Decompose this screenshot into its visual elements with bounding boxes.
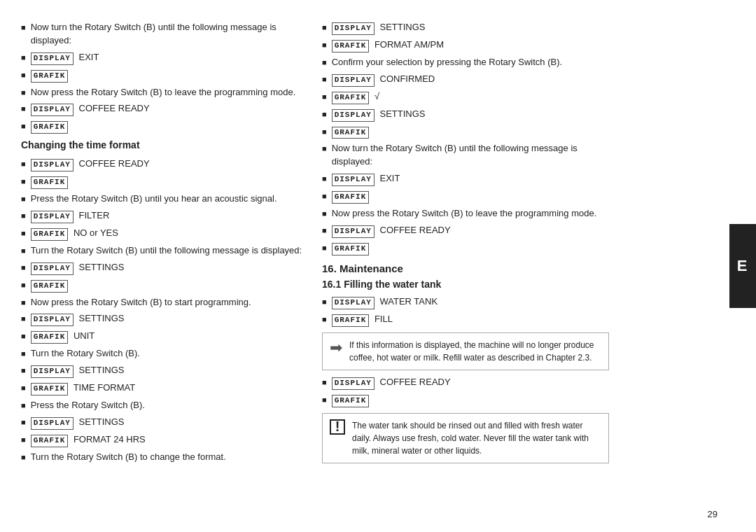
bullet-icon: ■ [322, 109, 327, 120]
bullet-icon: ■ [322, 395, 327, 406]
grafik-time-format: GRAFIK TIME FORMAT [31, 382, 136, 396]
display-coffee-ready-r: DISPLAY COFFEE READY [332, 224, 451, 238]
list-item: ■ Confirm your selection by pressing the… [322, 56, 609, 69]
list-item: ■ GRAFIK FILL [322, 313, 609, 327]
section-bullets: ■ DISPLAY COFFEE READY ■ GRAFIK ■ Press … [21, 158, 308, 463]
list-item: ■ Press the Rotary Switch (B) until you … [21, 192, 308, 206]
bullet-icon: ■ [21, 121, 26, 132]
turn-rotary-text-2: Turn the Rotary Switch (B). [31, 347, 140, 360]
bullet-icon: ■ [322, 127, 327, 138]
bullet-icon: ■ [21, 104, 26, 115]
bullet-icon: ■ [21, 176, 26, 188]
list-item: ■ GRAFIK [322, 190, 609, 204]
display-exit-r: DISPLAY EXIT [332, 172, 400, 186]
grafik-empty-1: GRAFIK [31, 69, 71, 83]
grafik-fill: GRAFIK FILL [332, 313, 393, 327]
bullet-icon: ■ [21, 365, 26, 377]
list-item: ■ Press the Rotary Switch (B). [21, 399, 308, 412]
bullet-icon: ■ [21, 22, 26, 34]
bullet-icon: ■ [21, 228, 26, 239]
display-confirmed: DISPLAY CONFIRMED [332, 73, 435, 87]
list-item: ■ DISPLAY SETTINGS [21, 416, 308, 430]
bullet-icon: ■ [21, 400, 26, 412]
exclaim-icon: ! [330, 419, 345, 435]
display-filter: DISPLAY FILTER [31, 209, 110, 223]
grafik-empty-3: GRAFIK [31, 175, 71, 189]
list-item: ■ DISPLAY WATER TANK [322, 295, 609, 309]
bullet-icon: ■ [322, 57, 327, 69]
grafik-empty-r1: GRAFIK [332, 125, 372, 139]
bullet-icon: ■ [21, 331, 26, 342]
list-item: ■ DISPLAY SETTINGS [21, 312, 308, 326]
list-item: ■ GRAFIK √ [322, 90, 609, 104]
sidebar-label: E [737, 257, 749, 275]
intro-bullets: ■ Now turn the Rotary Switch (B) until t… [21, 21, 308, 134]
list-item: ■ GRAFIK [322, 125, 609, 139]
bullet-icon: ■ [21, 383, 26, 394]
list-item: ■ GRAFIK [21, 69, 308, 83]
bullet-icon: ■ [21, 349, 26, 360]
grafik-empty-4: GRAFIK [31, 279, 71, 293]
grafik-no-or-yes: GRAFIK NO or YES [31, 227, 118, 241]
list-item: ■ DISPLAY FILTER [21, 209, 308, 223]
bullet-icon: ■ [21, 452, 26, 463]
list-item: ■ DISPLAY COFFEE READY [322, 376, 609, 390]
bullet-icon: ■ [21, 262, 26, 274]
bullet-icon: ■ [21, 435, 26, 446]
display-coffee-ready-2: DISPLAY COFFEE READY [31, 158, 150, 172]
section-heading-changing-time: Changing the time format [21, 139, 308, 150]
display-settings-r2: DISPLAY SETTINGS [332, 108, 426, 122]
bullet-icon: ■ [322, 209, 327, 220]
list-item: ■ Now press the Rotary Switch (B) to sta… [21, 296, 308, 309]
grafik-checkmark: GRAFIK √ [332, 90, 379, 104]
list-item: ■ DISPLAY EXIT [322, 172, 609, 186]
now-turn-rotary-r: Now turn the Rotary Switch (B) until the… [332, 142, 609, 169]
bullet-icon: ■ [21, 194, 26, 205]
list-item: ■ DISPLAY COFFEE READY [322, 224, 609, 238]
bullet-icon: ■ [322, 297, 327, 308]
display-settings-4: DISPLAY SETTINGS [31, 416, 125, 430]
bullet-icon: ■ [21, 52, 26, 64]
display-settings-r1: DISPLAY SETTINGS [332, 21, 426, 35]
maintenance-heading: 16. Maintenance [322, 262, 609, 274]
list-item: ■ DISPLAY SETTINGS [21, 364, 308, 378]
press-rotary-text-2: Press the Rotary Switch (B). [31, 399, 145, 412]
bullet-icon: ■ [322, 314, 327, 326]
bullet-icon: ■ [322, 243, 327, 254]
display-settings-1: DISPLAY SETTINGS [31, 261, 125, 275]
filling-heading: 16.1 Filling the water tank [322, 279, 609, 290]
list-item: ■ GRAFIK FORMAT AM/PM [322, 38, 609, 52]
bullet-icon: ■ [21, 159, 26, 170]
filling-bullets-2: ■ DISPLAY COFFEE READY ■ GRAFIK [322, 376, 609, 407]
bullet-icon: ■ [322, 174, 327, 185]
bullet-icon: ■ [21, 298, 26, 309]
grafik-empty-2: GRAFIK [31, 120, 71, 134]
list-item: ■ GRAFIK [322, 241, 609, 255]
display-coffee-ready-r2: DISPLAY COFFEE READY [332, 376, 451, 390]
bullet-icon: ■ [322, 144, 327, 155]
list-item: ■ GRAFIK UNIT [21, 330, 308, 344]
grafik-format-24: GRAFIK FORMAT 24 HRS [31, 433, 146, 447]
list-item: ■ GRAFIK [21, 279, 308, 293]
bullet-icon: ■ [21, 211, 26, 222]
filling-bullets: ■ DISPLAY WATER TANK ■ GRAFIK FILL [322, 295, 609, 327]
list-item: ■ GRAFIK [322, 393, 609, 407]
now-press-programming: Now press the Rotary Switch (B) to start… [31, 296, 251, 309]
list-item: ■ Turn the Rotary Switch (B). [21, 347, 308, 360]
grafik-format-ampm: GRAFIK FORMAT AM/PM [332, 38, 444, 52]
arrow-icon: ➡ [330, 339, 342, 357]
list-item: ■ DISPLAY SETTINGS [322, 108, 609, 122]
list-item: ■ DISPLAY COFFEE READY [21, 102, 308, 116]
confirm-selection-text: Confirm your selection by pressing the R… [332, 56, 562, 69]
bullet-icon: ■ [322, 92, 327, 103]
bullet-icon: ■ [322, 22, 327, 34]
bullet-icon: ■ [322, 377, 327, 388]
list-item: ■ DISPLAY SETTINGS [21, 261, 308, 275]
now-press-leave-r: Now press the Rotary Switch (B) to leave… [332, 207, 597, 220]
list-item: ■ DISPLAY CONFIRMED [322, 73, 609, 87]
list-item: ■ Now press the Rotary Switch (B) to lea… [322, 207, 609, 220]
bullet-icon: ■ [21, 280, 26, 291]
list-item: ■ GRAFIK [21, 120, 308, 134]
bullet-icon: ■ [322, 40, 327, 51]
press-rotary-text: Press the Rotary Switch (B) until you he… [31, 192, 277, 206]
